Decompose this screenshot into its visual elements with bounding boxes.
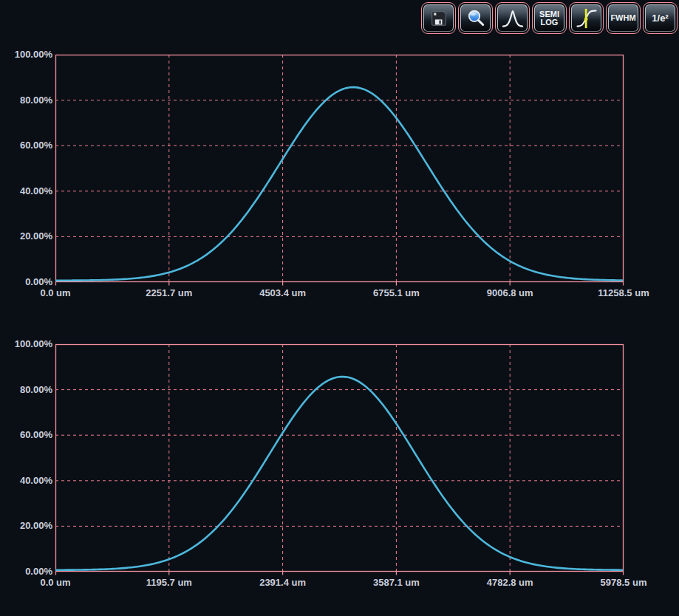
gaussian-fit-button[interactable] [495,2,530,34]
toolbar: SEMI LOG FWHM 1/e² [421,2,678,34]
zoom-button[interactable] [458,2,493,34]
x-axis-tick-labels: 0.0 um1195.7 um2391.4 um3587.1 um4782.8 … [55,577,624,590]
y-tick-label: 100.00% [0,49,52,61]
y-tick-label: 0.00% [0,276,52,288]
x-tick-label: 4782.8 um [487,577,533,589]
x-tick-label: 4503.4 um [259,287,306,299]
profile-chart-top: 100.00%80.00%60.00%40.00%20.00%0.00% 0.0… [0,55,679,301]
plot-surface[interactable] [55,344,624,579]
y-axis-tick-labels: 100.00%80.00%60.00%40.00%20.00%0.00% [0,344,52,572]
plot-border [56,345,624,572]
y-tick-label: 20.00% [0,230,52,242]
x-tick-label: 1195.7 um [146,577,192,589]
magnifier-icon [465,8,486,29]
beam-profile-curve [55,377,623,570]
x-tick-label: 9006.8 um [487,287,533,299]
x-tick-label: 2391.4 um [259,577,306,589]
plot-border [56,55,624,282]
x-axis-tick-labels: 0.0 um2251.7 um4503.4 um6755.1 um9006.8 … [55,287,624,301]
y-tick-label: 40.00% [0,185,52,197]
y-tick-label: 80.00% [0,384,52,396]
y-tick-label: 40.00% [0,475,52,487]
bell-curve-icon [502,7,524,30]
beam-profile-curve [55,87,623,281]
semi-log-label-line2: LOG [541,18,559,27]
knife-edge-button[interactable] [569,2,604,34]
y-tick-label: 20.00% [0,520,52,532]
x-tick-label: 11258.5 um [598,287,649,299]
y-tick-label: 100.00% [0,338,52,350]
floppy-disk-icon [429,8,449,29]
beam-profiler-window: SEMI LOG FWHM 1/e² [0,0,679,616]
y-tick-label: 60.00% [0,140,52,151]
one-over-e2-label: 1/e² [652,13,668,23]
y-axis-tick-labels: 100.00%80.00%60.00%40.00%20.00%0.00% [0,55,52,282]
profile-chart-bottom: 100.00%80.00%60.00%40.00%20.00%0.00% 0.0… [0,344,679,591]
x-tick-label: 6755.1 um [373,287,420,299]
x-tick-label: 0.0 um [40,287,70,299]
x-tick-label: 3587.1 um [373,577,420,589]
x-tick-label: 2251.7 um [146,287,192,299]
plot-surface[interactable] [55,55,624,290]
knife-edge-curve-icon [576,7,598,30]
x-tick-label: 5978.5 um [601,577,647,589]
one-over-e2-button[interactable]: 1/e² [643,2,678,34]
semi-log-label-line1: SEMI [539,10,559,18]
fwhm-button[interactable]: FWHM [606,2,641,34]
semi-log-button[interactable]: SEMI LOG [532,2,567,34]
fwhm-label: FWHM [610,14,635,22]
save-button[interactable] [421,2,456,34]
y-tick-label: 0.00% [0,566,52,578]
x-tick-label: 0.0 um [40,577,70,589]
y-tick-label: 60.00% [0,429,52,441]
y-tick-label: 80.00% [0,95,52,106]
